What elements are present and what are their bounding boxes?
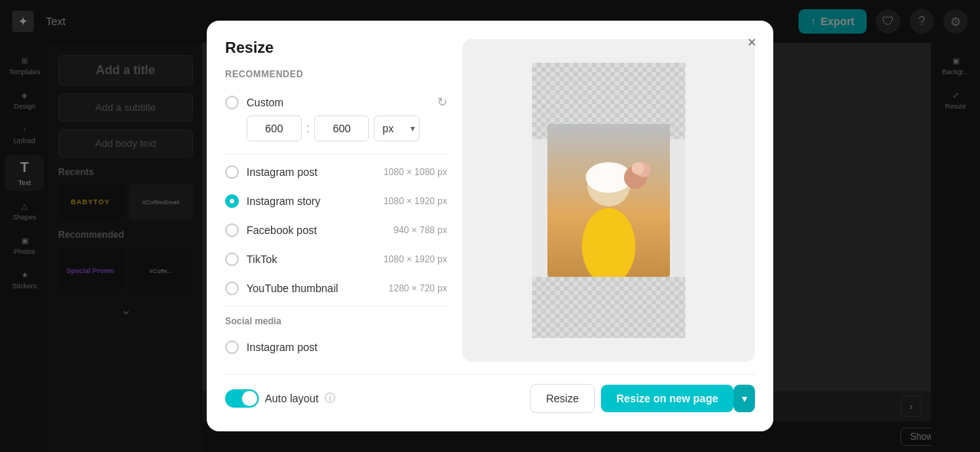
unit-select[interactable]: px in cm mm xyxy=(374,115,420,141)
auto-layout-section: Auto layout ⓘ xyxy=(225,389,335,408)
resize-new-page-button[interactable]: Resize on new page xyxy=(601,385,733,412)
dims-instagram-post: 1080 × 1080 px xyxy=(384,167,447,177)
dims-instagram-story: 1080 × 1920 px xyxy=(384,196,447,206)
divider-2 xyxy=(225,306,447,307)
auto-layout-toggle[interactable] xyxy=(225,389,259,408)
dimension-separator: : xyxy=(306,122,309,135)
dialog-title: Resize xyxy=(225,39,447,57)
label-instagram-post: Instagram post xyxy=(247,166,384,178)
option-tiktok[interactable]: TikTok 1080 × 1920 px xyxy=(225,245,447,274)
width-input[interactable] xyxy=(247,115,302,141)
dims-youtube: 1280 × 720 px xyxy=(389,283,447,294)
radio-instagram-post[interactable] xyxy=(225,165,239,179)
height-input[interactable] xyxy=(314,115,369,141)
svg-point-7 xyxy=(632,162,644,174)
custom-option[interactable]: Custom ↻ xyxy=(225,89,447,115)
custom-radio[interactable] xyxy=(225,96,239,109)
dims-tiktok: 1080 × 1920 px xyxy=(384,254,447,265)
footer-buttons: Resize Resize on new page ▾ xyxy=(530,384,755,413)
resize-new-dropdown-button[interactable]: ▾ xyxy=(733,385,755,412)
preview-image xyxy=(547,124,670,277)
option-instagram-post[interactable]: Instagram post 1080 × 1080 px xyxy=(225,158,447,187)
radio-instagram-story[interactable] xyxy=(225,194,239,208)
preview-canvas xyxy=(532,63,685,338)
option-youtube[interactable]: YouTube thumbnail 1280 × 720 px xyxy=(225,274,447,303)
option-instagram-story[interactable]: Instagram story 1080 × 1920 px xyxy=(225,187,447,216)
modal-body: Resize Recommended Custom ↻ : xyxy=(225,39,755,362)
dims-facebook-post: 940 × 788 px xyxy=(394,225,447,236)
radio-tiktok[interactable] xyxy=(225,252,239,266)
option-ig-post-social[interactable]: Instagram post xyxy=(225,333,447,362)
unit-wrapper: px in cm mm xyxy=(374,115,420,141)
radio-ig-post-social[interactable] xyxy=(225,340,239,354)
resize-button[interactable]: Resize xyxy=(530,384,595,413)
modal-close-button[interactable]: × xyxy=(740,30,764,54)
radio-youtube[interactable] xyxy=(225,281,239,295)
custom-label: Custom xyxy=(247,96,437,109)
resize-new-group: Resize on new page ▾ xyxy=(601,385,755,412)
resize-modal: × Resize Recommended Custom ↻ : xyxy=(207,21,773,431)
dimensions-row: : px in cm mm xyxy=(225,115,447,141)
recommended-section-label: Recommended xyxy=(225,69,447,80)
label-tiktok: TikTok xyxy=(247,253,384,265)
option-facebook-post[interactable]: Facebook post 940 × 788 px xyxy=(225,216,447,245)
refresh-icon[interactable]: ↻ xyxy=(437,95,447,109)
info-icon[interactable]: ⓘ xyxy=(325,392,335,405)
modal-overlay: × Resize Recommended Custom ↻ : xyxy=(0,0,980,452)
label-instagram-story: Instagram story xyxy=(247,195,384,207)
social-section-label: Social media xyxy=(225,316,447,327)
resize-dialog: Resize Recommended Custom ↻ : xyxy=(225,39,447,362)
label-youtube: YouTube thumbnail xyxy=(247,282,389,294)
toggle-knob xyxy=(242,391,257,406)
label-facebook-post: Facebook post xyxy=(247,224,394,236)
auto-layout-label: Auto layout xyxy=(265,392,318,405)
radio-facebook-post[interactable] xyxy=(225,223,239,237)
checkerboard-bottom xyxy=(532,277,685,338)
label-ig-post-social: Instagram post xyxy=(247,341,447,353)
preview-panel xyxy=(462,39,755,362)
divider-1 xyxy=(225,154,447,154)
